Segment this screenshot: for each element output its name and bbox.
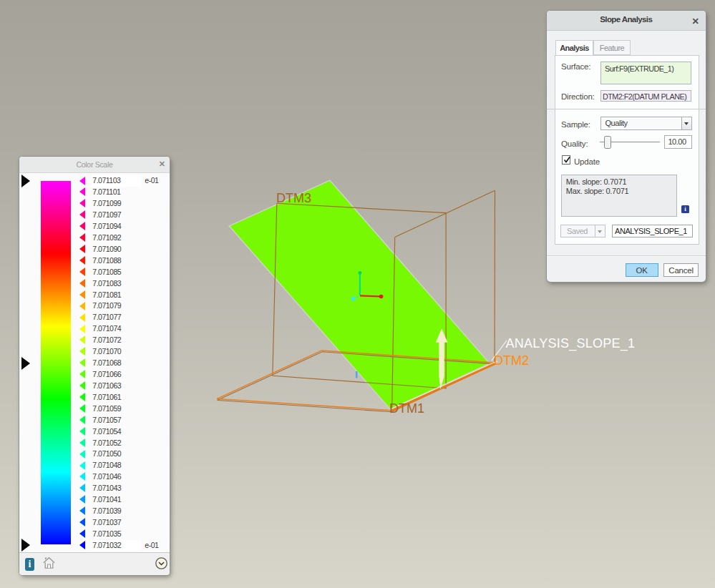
svg-text:DTM3: DTM3 bbox=[276, 191, 311, 205]
svg-text:DTM1: DTM1 bbox=[389, 401, 424, 416]
svg-text:DTM2: DTM2 bbox=[494, 353, 529, 368]
svg-text:ANALYSIS_SLOPE_1: ANALYSIS_SLOPE_1 bbox=[506, 336, 636, 351]
